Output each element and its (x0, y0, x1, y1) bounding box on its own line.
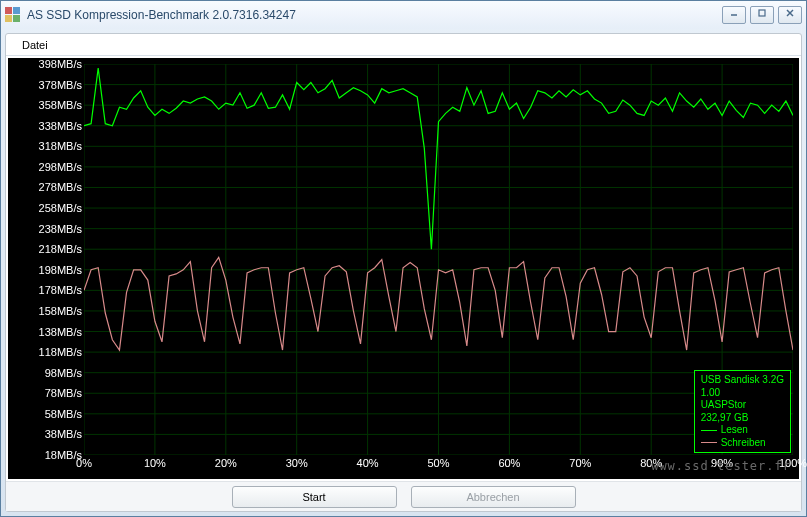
legend-swatch-write (701, 442, 717, 443)
y-tick-label: 78MB/s (45, 387, 82, 399)
y-tick-label: 238MB/s (39, 223, 82, 235)
window-title: AS SSD Kompression-Benchmark 2.0.7316.34… (27, 8, 722, 22)
x-tick-label: 0% (76, 457, 92, 469)
maximize-button[interactable] (750, 6, 774, 24)
y-tick-label: 178MB/s (39, 284, 82, 296)
titlebar: AS SSD Kompression-Benchmark 2.0.7316.34… (1, 1, 806, 29)
legend-write-label: Schreiben (721, 437, 766, 450)
legend-write: Schreiben (701, 437, 784, 450)
y-tick-label: 158MB/s (39, 305, 82, 317)
menu-datei[interactable]: Datei (14, 37, 56, 53)
app-window: AS SSD Kompression-Benchmark 2.0.7316.34… (0, 0, 807, 517)
client-area: Datei 398MB/s378MB/s358MB/s338MB/s318MB/… (5, 33, 802, 512)
close-button[interactable] (778, 6, 802, 24)
legend: USB Sandisk 3.2G 1.00 UASPStor 232,97 GB… (694, 370, 791, 453)
y-tick-label: 358MB/s (39, 99, 82, 111)
legend-fw: 1.00 (701, 387, 784, 400)
legend-driver: UASPStor (701, 399, 784, 412)
y-tick-label: 258MB/s (39, 202, 82, 214)
menubar: Datei (6, 34, 801, 56)
y-tick-label: 138MB/s (39, 326, 82, 338)
x-tick-label: 40% (357, 457, 379, 469)
x-tick-label: 60% (498, 457, 520, 469)
y-tick-label: 38MB/s (45, 428, 82, 440)
legend-read: Lesen (701, 424, 784, 437)
close-icon (785, 8, 795, 18)
start-button[interactable]: Start (232, 486, 397, 508)
minimize-button[interactable] (722, 6, 746, 24)
x-tick-label: 30% (286, 457, 308, 469)
y-tick-label: 278MB/s (39, 181, 82, 193)
abort-button[interactable]: Abbrechen (411, 486, 576, 508)
minimize-icon (729, 8, 739, 18)
legend-size: 232,97 GB (701, 412, 784, 425)
y-tick-label: 218MB/s (39, 243, 82, 255)
y-tick-label: 298MB/s (39, 161, 82, 173)
y-tick-label: 58MB/s (45, 408, 82, 420)
y-tick-label: 378MB/s (39, 79, 82, 91)
x-tick-label: 70% (569, 457, 591, 469)
y-tick-label: 118MB/s (39, 346, 82, 358)
legend-swatch-read (701, 430, 717, 431)
maximize-icon (757, 8, 767, 18)
chart-grid (84, 64, 793, 455)
chart: 398MB/s378MB/s358MB/s338MB/s318MB/s298MB… (8, 58, 799, 479)
x-tick-label: 20% (215, 457, 237, 469)
watermark: www.ssd-tester.fr (651, 459, 791, 473)
x-tick-label: 10% (144, 457, 166, 469)
svg-rect-1 (759, 10, 765, 16)
y-tick-label: 98MB/s (45, 367, 82, 379)
y-tick-label: 338MB/s (39, 120, 82, 132)
x-tick-label: 50% (427, 457, 449, 469)
window-controls (722, 6, 802, 24)
legend-device: USB Sandisk 3.2G (701, 374, 784, 387)
y-tick-label: 398MB/s (39, 58, 82, 70)
button-row: Start Abbrechen (6, 481, 801, 511)
legend-read-label: Lesen (721, 424, 748, 437)
y-tick-label: 198MB/s (39, 264, 82, 276)
y-tick-label: 318MB/s (39, 140, 82, 152)
app-icon (5, 7, 21, 23)
